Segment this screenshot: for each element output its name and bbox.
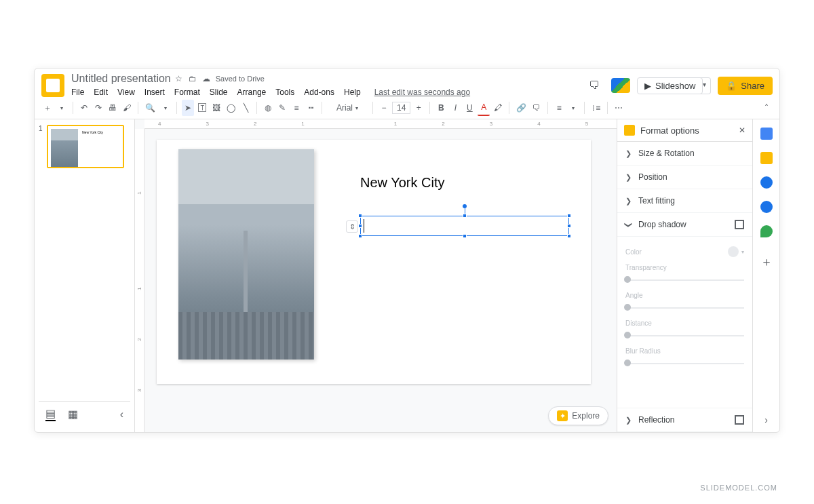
autofit-icon[interactable]: ⇕ xyxy=(346,220,358,233)
move-icon[interactable]: 🗀 xyxy=(189,74,198,83)
font-size-decrease[interactable]: − xyxy=(378,100,390,116)
keep-icon[interactable] xyxy=(760,152,773,164)
section-label: Drop shadow xyxy=(638,220,686,229)
slide-image[interactable] xyxy=(178,149,314,360)
align-dropdown[interactable]: ▾ xyxy=(567,100,579,116)
menu-insert[interactable]: Insert xyxy=(144,88,165,97)
add-addon-icon[interactable]: ＋ xyxy=(760,254,773,270)
collapse-panel-icon[interactable]: ‹ xyxy=(120,408,123,421)
paint-format-button[interactable]: 🖌 xyxy=(121,100,133,116)
comments-icon[interactable]: 🗨 xyxy=(584,75,604,96)
ds-color-dropdown[interactable]: ▾ xyxy=(741,249,744,255)
section-reflection[interactable]: ❯ Reflection xyxy=(617,408,752,432)
slide-thumbnail[interactable]: New York City xyxy=(47,125,124,168)
resize-handle[interactable] xyxy=(358,224,362,228)
slideshow-button[interactable]: ▶ Slideshow xyxy=(637,77,703,94)
ds-blur-label: Blur Radius xyxy=(625,347,744,355)
star-icon[interactable]: ☆ xyxy=(175,74,185,83)
section-position[interactable]: ❯ Position xyxy=(617,166,752,189)
bold-button[interactable]: B xyxy=(435,100,447,116)
reflection-checkbox[interactable] xyxy=(735,415,744,425)
highlight-button[interactable]: 🖍 xyxy=(492,100,504,116)
ds-blur-slider[interactable] xyxy=(625,357,744,368)
hide-rail-icon[interactable]: › xyxy=(764,414,768,425)
menu-arrange[interactable]: Arrange xyxy=(237,88,267,97)
close-panel-icon[interactable]: ✕ xyxy=(739,125,745,135)
insert-comment-button[interactable]: 🗨 xyxy=(530,100,543,116)
resize-handle[interactable] xyxy=(463,214,467,218)
document-title[interactable]: Untitled presentation xyxy=(71,73,171,85)
shape-tool[interactable]: ◯ xyxy=(225,100,237,116)
section-text-fitting[interactable]: ❯ Text fitting xyxy=(617,189,752,213)
ds-distance-slider[interactable] xyxy=(625,330,744,341)
textbox-tool[interactable]: 🅃 xyxy=(196,100,208,116)
redo-button[interactable]: ↷ xyxy=(92,100,104,116)
font-size-input[interactable]: 14 xyxy=(392,102,410,114)
menu-addons[interactable]: Add-ons xyxy=(304,88,334,97)
text-color-button[interactable]: A xyxy=(478,100,490,116)
share-button[interactable]: 🔒 Share xyxy=(718,77,773,95)
resize-handle[interactable] xyxy=(463,234,467,238)
menu-format[interactable]: Format xyxy=(174,88,200,97)
calendar-icon[interactable] xyxy=(760,128,773,140)
ds-color-swatch[interactable] xyxy=(728,246,739,257)
drop-shadow-checkbox[interactable] xyxy=(735,220,744,229)
ds-angle-slider[interactable] xyxy=(625,302,744,313)
border-dash-button[interactable]: ┅ xyxy=(305,100,317,116)
menu-view[interactable]: View xyxy=(117,88,135,97)
new-slide-button[interactable]: ＋ xyxy=(41,100,54,116)
print-button[interactable]: 🖶 xyxy=(106,100,119,116)
align-button[interactable]: ≡ xyxy=(553,100,565,116)
menu-help[interactable]: Help xyxy=(344,88,361,97)
resize-handle[interactable] xyxy=(567,214,571,218)
menu-tools[interactable]: Tools xyxy=(275,88,294,97)
meet-icon[interactable] xyxy=(611,78,630,93)
explore-button[interactable]: ✦ Explore xyxy=(548,406,608,425)
font-size-increase[interactable]: + xyxy=(412,100,425,116)
resize-handle[interactable] xyxy=(567,234,571,238)
zoom-dropdown[interactable]: ▾ xyxy=(159,100,172,116)
menu-file[interactable]: File xyxy=(71,88,84,97)
line-tool[interactable]: ╲ xyxy=(239,100,252,116)
insert-link-button[interactable]: 🔗 xyxy=(514,100,528,116)
slides-app-icon[interactable] xyxy=(41,74,64,97)
ds-transparency-slider[interactable] xyxy=(625,274,744,285)
font-family-select[interactable]: Arial ▾ xyxy=(327,100,368,116)
new-slide-dropdown[interactable]: ▾ xyxy=(56,100,68,116)
menu-edit[interactable]: Edit xyxy=(94,88,108,97)
grid-view-icon[interactable]: ▦ xyxy=(68,408,78,421)
explore-icon: ✦ xyxy=(557,410,568,421)
maps-icon[interactable] xyxy=(760,225,773,237)
image-tool[interactable]: 🖼 xyxy=(210,100,222,116)
rotate-handle[interactable] xyxy=(463,204,467,208)
resize-handle[interactable] xyxy=(358,234,362,238)
undo-button[interactable]: ↶ xyxy=(78,100,90,116)
zoom-button[interactable]: 🔍 xyxy=(143,100,157,116)
section-drop-shadow[interactable]: ❯ Drop shadow xyxy=(617,213,752,237)
slideshow-dropdown[interactable]: ▾ xyxy=(699,77,711,94)
last-edit-link[interactable]: Last edit was seconds ago xyxy=(374,88,470,97)
fill-color-button[interactable]: ◍ xyxy=(262,100,274,116)
chevron-right-icon: ❯ xyxy=(625,173,632,182)
cloud-saved-icon[interactable]: ☁ xyxy=(202,74,212,83)
border-color-button[interactable]: ✎ xyxy=(276,100,288,116)
format-options-panel: Format options ✕ ❯ Size & Rotation ❯ Pos… xyxy=(617,119,752,432)
italic-button[interactable]: I xyxy=(449,100,461,116)
collapse-toolbar-button[interactable]: ˄ xyxy=(760,100,773,116)
selected-textbox[interactable]: ⇕ xyxy=(360,216,569,236)
line-spacing-button[interactable]: ⫶≡ xyxy=(589,100,602,116)
select-tool[interactable]: ➤ xyxy=(182,100,194,116)
canvas-area[interactable]: 432112345 1123 New York City xyxy=(135,119,617,432)
tasks-icon[interactable] xyxy=(760,176,773,189)
slide-canvas[interactable]: New York City ⇕ xyxy=(157,140,591,384)
slide-title-text[interactable]: New York City xyxy=(360,175,445,191)
menu-slide[interactable]: Slide xyxy=(210,88,228,97)
contacts-icon[interactable] xyxy=(760,201,773,213)
underline-button[interactable]: U xyxy=(463,100,476,116)
border-weight-button[interactable]: ≡ xyxy=(290,100,303,116)
resize-handle[interactable] xyxy=(358,214,362,218)
filmstrip-view-icon[interactable]: ▤ xyxy=(45,407,56,421)
more-tools-button[interactable]: ⋯ xyxy=(613,100,625,116)
resize-handle[interactable] xyxy=(567,224,571,228)
section-size-rotation[interactable]: ❯ Size & Rotation xyxy=(617,142,752,166)
